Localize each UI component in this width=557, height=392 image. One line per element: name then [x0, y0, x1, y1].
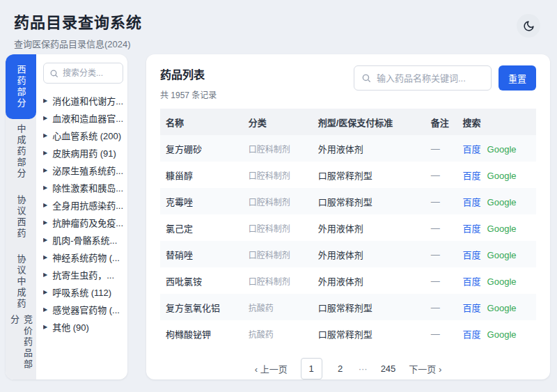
column-header-0: 名称	[160, 109, 243, 135]
catalog-tab-2[interactable]: 协议西药	[6, 185, 36, 249]
column-header-2: 剂型/医保支付标准	[313, 109, 425, 135]
drug-note-cell: —	[425, 241, 457, 267]
category-item-7[interactable]: ▶抗肿瘤药及免疫...	[43, 214, 123, 231]
category-label: 神经系统药物 (...	[52, 251, 120, 264]
theme-toggle-button[interactable]	[517, 14, 540, 38]
baidu-search-link[interactable]: 百度	[463, 224, 481, 234]
category-item-12[interactable]: ▶感觉器官药物 (...	[43, 301, 123, 318]
caret-right-icon: ▶	[43, 237, 47, 243]
google-search-link[interactable]: Google	[487, 276, 517, 287]
category-search-input[interactable]	[63, 68, 117, 78]
category-item-11[interactable]: ▶呼吸系统 (112)	[43, 283, 123, 301]
google-search-link[interactable]: Google	[487, 224, 517, 234]
category-item-4[interactable]: ▶泌尿生殖系统药...	[43, 162, 123, 179]
category-label: 呼吸系统 (112)	[52, 285, 111, 299]
drug-category-cell: 口腔科制剂	[243, 135, 313, 162]
caret-right-icon: ▶	[43, 115, 47, 121]
content-area: 西药部分中成药部分协议西药协议中成药竞价药品部分 ▶消化道和代谢方...▶血液和…	[0, 54, 557, 379]
catalog-tab-4[interactable]: 竞价药品部分	[6, 315, 36, 379]
category-item-10[interactable]: ▶抗寄生虫药，...	[43, 266, 123, 283]
drug-search-input[interactable]	[377, 73, 484, 84]
drug-search-links-cell: 百度Google	[457, 188, 536, 214]
google-search-link[interactable]: Google	[487, 171, 517, 181]
google-search-link[interactable]: Google	[487, 303, 517, 313]
category-label: 抗肿瘤药及免疫...	[52, 216, 123, 229]
caret-right-icon: ▶	[43, 132, 47, 139]
google-search-link[interactable]: Google	[487, 329, 517, 340]
drug-category-cell: 抗酸药	[243, 294, 313, 320]
baidu-search-link[interactable]: 百度	[463, 303, 481, 313]
category-label: 消化道和代谢方...	[52, 94, 123, 107]
caret-right-icon: ▶	[43, 289, 47, 295]
caret-right-icon: ▶	[43, 97, 47, 104]
drug-dosage-cell: 口服常释剂型	[313, 320, 425, 347]
baidu-search-link[interactable]: 百度	[463, 197, 481, 207]
drug-category-cell: 口腔科制剂	[243, 162, 313, 188]
drug-dosage-cell: 口服常释剂型	[313, 188, 425, 214]
drug-dosage-cell: 外用液体剂	[313, 135, 425, 162]
category-item-1[interactable]: ▶血液和造血器官...	[43, 109, 123, 127]
drug-search-links-cell: 百度Google	[457, 294, 536, 320]
category-item-0[interactable]: ▶消化道和代谢方...	[43, 92, 123, 109]
google-search-link[interactable]: Google	[487, 250, 517, 260]
drug-search-links-cell: 百度Google	[457, 135, 536, 162]
page-ellipsis: ···	[359, 363, 368, 374]
google-search-link[interactable]: Google	[487, 144, 517, 155]
google-search-link[interactable]: Google	[487, 197, 517, 207]
sidebar-panel: 西药部分中成药部分协议西药协议中成药竞价药品部分 ▶消化道和代谢方...▶血液和…	[6, 54, 127, 379]
drug-note-cell: —	[425, 135, 457, 162]
table-row: 枸橼酸铋钾抗酸药口服常释剂型—百度Google	[160, 320, 536, 347]
category-item-5[interactable]: ▶除性激素和胰岛...	[43, 179, 123, 196]
baidu-search-link[interactable]: 百度	[463, 329, 481, 340]
sidebar-body: ▶消化道和代谢方...▶血液和造血器官...▶心血管系统 (200)▶皮肤病用药…	[36, 54, 127, 379]
baidu-search-link[interactable]: 百度	[463, 144, 481, 155]
category-item-6[interactable]: ▶全身用抗感染药...	[43, 196, 123, 214]
drug-table: 名称分类剂型/医保支付标准备注搜索 复方硼砂口腔科制剂外用液体剂—百度Googl…	[160, 109, 536, 347]
page-button-245[interactable]: 245	[381, 363, 396, 374]
drug-name-cell: 氯己定	[160, 214, 243, 241]
catalog-tab-3[interactable]: 协议中成药	[6, 249, 36, 314]
prev-page-button[interactable]: ‹ 上一页	[255, 362, 288, 375]
column-header-4: 搜索	[457, 109, 536, 135]
drug-note-cell: —	[425, 188, 457, 214]
catalog-tab-1[interactable]: 中成药部分	[6, 119, 36, 184]
panel-title: 药品列表	[160, 65, 217, 82]
caret-right-icon: ▶	[43, 202, 47, 208]
caret-right-icon: ▶	[43, 150, 47, 156]
caret-right-icon: ▶	[43, 167, 47, 173]
pagination: ‹ 上一页 12···245 下一页 ›	[160, 358, 536, 379]
drug-table-body: 复方硼砂口腔科制剂外用液体剂—百度Google糠甾醇口腔科制剂口服常释剂型—百度…	[160, 135, 536, 347]
table-row: 糠甾醇口腔科制剂口服常释剂型—百度Google	[160, 162, 536, 188]
baidu-search-link[interactable]: 百度	[463, 276, 481, 287]
page-button-2[interactable]: 2	[336, 363, 345, 374]
category-label: 心血管系统 (200)	[52, 129, 121, 142]
drug-note-cell: —	[425, 320, 457, 347]
page-button-1[interactable]: 1	[301, 358, 322, 379]
drug-category-cell: 口腔科制剂	[243, 214, 313, 241]
caret-right-icon: ▶	[43, 306, 47, 313]
category-item-2[interactable]: ▶心血管系统 (200)	[43, 127, 123, 144]
next-page-button[interactable]: 下一页 ›	[409, 362, 441, 375]
baidu-search-link[interactable]: 百度	[463, 250, 481, 260]
drug-note-cell: —	[425, 214, 457, 241]
drug-name-cell: 西吡氯铵	[160, 267, 243, 294]
drug-name-cell: 糠甾醇	[160, 162, 243, 188]
baidu-search-link[interactable]: 百度	[463, 171, 481, 181]
category-label: 泌尿生殖系统药...	[52, 164, 123, 177]
category-label: 全身用抗感染药...	[52, 198, 123, 212]
category-item-13[interactable]: ▶其他 (90)	[43, 318, 123, 336]
category-item-3[interactable]: ▶皮肤病用药 (91)	[43, 144, 123, 162]
drug-dosage-cell: 口服常释剂型	[313, 294, 425, 320]
caret-right-icon: ▶	[43, 185, 47, 191]
column-header-1: 分类	[243, 109, 313, 135]
caret-right-icon: ▶	[43, 254, 47, 260]
drug-category-cell: 口腔科制剂	[243, 188, 313, 214]
drug-name-cell: 枸橼酸铋钾	[160, 320, 243, 347]
reset-button[interactable]: 重置	[499, 65, 536, 91]
catalog-tab-0[interactable]: 西药部分	[6, 54, 36, 119]
category-item-8[interactable]: ▶肌肉-骨骼系统...	[43, 231, 123, 249]
column-header-3: 备注	[425, 109, 457, 135]
drug-category-cell: 口腔科制剂	[243, 241, 313, 267]
category-item-9[interactable]: ▶神经系统药物 (...	[43, 249, 123, 266]
page-numbers: 12···245	[301, 358, 396, 379]
